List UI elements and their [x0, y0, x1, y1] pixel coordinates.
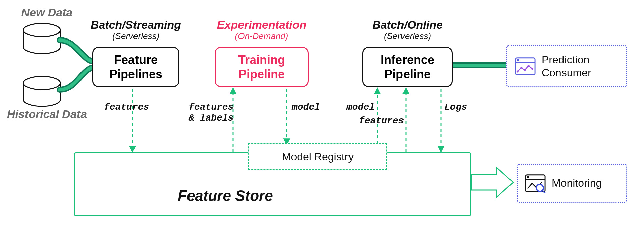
label-feature-store: Feature Store	[178, 187, 273, 204]
edge-label-features-labels: features & labels	[189, 102, 233, 124]
svg-point-6	[520, 66, 522, 68]
header-batch-online-line1: Batch/Online	[356, 18, 460, 31]
header-experimentation: Experimentation (On-Demand)	[208, 18, 315, 42]
svg-point-9	[531, 68, 533, 70]
diagram-canvas: New Data Historical Data Batch/Streaming…	[0, 0, 644, 235]
svg-rect-4	[517, 59, 519, 61]
cylinder-new-data	[23, 23, 60, 54]
monitoring-icon	[525, 174, 546, 193]
feature-store-to-monitoring-arrow	[471, 167, 513, 198]
box-model-registry: Model Registry	[248, 143, 387, 170]
header-batch-online-line2: (Serverless)	[356, 31, 460, 42]
data-to-feature-pipes	[60, 40, 96, 90]
svg-point-7	[524, 69, 526, 71]
label-monitoring: Monitoring	[552, 177, 602, 189]
header-experimentation-line2: (On-Demand)	[208, 31, 315, 42]
svg-point-5	[517, 70, 519, 72]
box-training-pipeline: Training Pipeline	[215, 47, 309, 87]
label-inference-pipeline: Inference Pipeline	[381, 53, 434, 81]
cylinder-historical-data	[23, 76, 60, 106]
svg-point-8	[528, 65, 530, 67]
edge-label-model-to-inference: model	[346, 102, 375, 113]
header-batch-streaming: Batch/Streaming (Serverless)	[84, 18, 188, 42]
header-batch-streaming-line1: Batch/Streaming	[84, 18, 188, 31]
box-prediction-consumer: Prediction Consumer	[506, 45, 627, 87]
label-historical-data: Historical Data	[3, 108, 91, 121]
svg-point-0	[23, 23, 60, 37]
svg-rect-12	[527, 176, 529, 178]
edge-label-features-to-inference: features	[359, 115, 404, 126]
edge-label-features: features	[104, 102, 149, 113]
header-batch-streaming-line2: (Serverless)	[84, 31, 188, 42]
svg-point-1	[23, 76, 60, 90]
label-model-registry: Model Registry	[282, 151, 354, 163]
box-inference-pipeline: Inference Pipeline	[362, 47, 453, 87]
label-feature-pipelines: Feature Pipelines	[109, 53, 162, 81]
edge-label-logs: Logs	[444, 102, 467, 113]
header-experimentation-line1: Experimentation	[208, 18, 315, 31]
header-batch-online: Batch/Online (Serverless)	[356, 18, 460, 42]
label-prediction-consumer: Prediction Consumer	[542, 53, 591, 79]
dashboard-chart-icon	[515, 57, 536, 76]
label-new-data: New Data	[13, 6, 80, 19]
box-monitoring: Monitoring	[517, 164, 627, 203]
edge-label-model-to-registry: model	[292, 102, 320, 113]
box-feature-pipelines: Feature Pipelines	[92, 47, 179, 87]
label-training-pipeline: Training Pipeline	[238, 53, 285, 81]
